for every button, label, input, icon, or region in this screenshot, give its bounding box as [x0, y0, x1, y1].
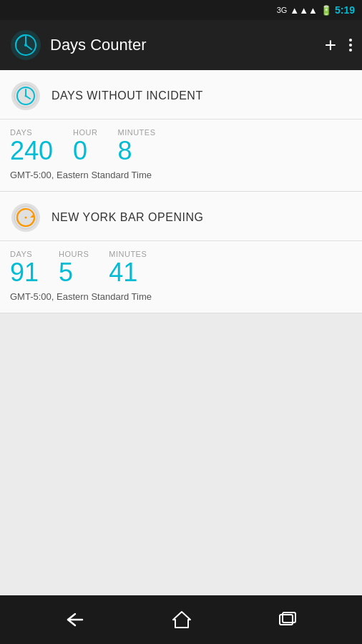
counter-card-incident[interactable]: DAYS WITHOUT INCIDENT DAYS 240 HOUR 0 MI… [0, 70, 362, 192]
hours-value-nybar: 5 [59, 260, 89, 286]
app-bar: Days Counter + [0, 20, 362, 70]
counter-icon-blue [10, 80, 41, 112]
clock-display: 5:19 [335, 4, 355, 16]
svg-point-4 [24, 44, 27, 47]
more-icon [349, 39, 352, 52]
minutes-value-incident: 8 [117, 138, 155, 164]
more-options-button[interactable] [349, 39, 352, 52]
svg-point-15 [25, 217, 27, 219]
recents-button[interactable] [278, 611, 298, 628]
minutes-unit-nybar: MINUTES 41 [109, 250, 147, 286]
main-content: DAYS WITHOUT INCIDENT DAYS 240 HOUR 0 MI… [0, 70, 362, 595]
add-icon: + [325, 35, 336, 55]
home-icon [172, 610, 192, 629]
days-unit-nybar: DAYS 91 [10, 250, 39, 286]
nav-bar [0, 595, 362, 644]
timezone-incident: GMT-5:00, Eastern Standard Time [10, 170, 152, 180]
hours-unit-incident: HOUR 0 [73, 128, 97, 164]
network-indicator: 3G [277, 6, 288, 14]
minutes-unit-incident: MINUTES 8 [117, 128, 155, 164]
days-value-nybar: 91 [10, 260, 39, 286]
app-title: Days Counter [50, 36, 316, 54]
counter-header-nybar: NEW YORK BAR OPENING [0, 192, 362, 241]
counter-title-incident: DAYS WITHOUT INCIDENT [52, 89, 203, 102]
counter-icon-orange [10, 202, 41, 233]
svg-point-10 [25, 95, 27, 97]
days-unit-incident: DAYS 240 [10, 128, 53, 164]
counter-values-nybar: DAYS 91 HOURS 5 MINUTES 41 [10, 250, 352, 286]
minutes-value-nybar: 41 [109, 260, 147, 286]
signal-icon: ▲▲▲ [290, 5, 318, 16]
back-button[interactable] [64, 611, 86, 628]
counter-title-nybar: NEW YORK BAR OPENING [52, 211, 203, 224]
app-bar-actions: + [325, 35, 352, 55]
counter-card-nybar[interactable]: NEW YORK BAR OPENING DAYS 91 HOURS 5 MIN… [0, 192, 362, 313]
counter-body-incident: DAYS 240 HOUR 0 MINUTES 8 GMT-5:00, East… [0, 119, 362, 191]
add-button[interactable]: + [325, 35, 336, 55]
counter-values-incident: DAYS 240 HOUR 0 MINUTES 8 [10, 128, 352, 164]
status-bar: 3G ▲▲▲ 🔋 5:19 [0, 0, 362, 20]
counter-header-incident: DAYS WITHOUT INCIDENT [0, 70, 362, 119]
svg-marker-17 [173, 612, 190, 628]
battery-icon: 🔋 [321, 5, 332, 16]
days-value-incident: 240 [10, 138, 53, 164]
hours-unit-nybar: HOURS 5 [59, 250, 89, 286]
empty-content-area [0, 313, 362, 595]
counter-body-nybar: DAYS 91 HOURS 5 MINUTES 41 GMT-5:00, Eas… [0, 241, 362, 313]
recents-icon [278, 611, 298, 628]
back-icon [64, 611, 86, 628]
hours-value-incident: 0 [73, 138, 97, 164]
status-icons: 3G ▲▲▲ 🔋 5:19 [277, 4, 355, 16]
app-logo-icon [10, 29, 41, 61]
home-button[interactable] [172, 610, 192, 629]
timezone-nybar: GMT-5:00, Eastern Standard Time [10, 291, 152, 302]
